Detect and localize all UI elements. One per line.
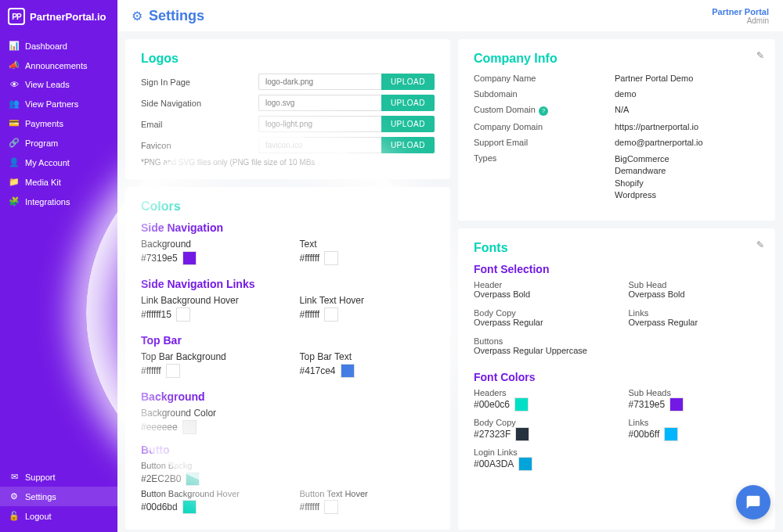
user-role: Admin [712, 16, 769, 25]
nav-main: 📊Dashboard 📣Announcements 👁View Leads 👥V… [0, 33, 117, 467]
font-label: Body Copy [474, 308, 605, 318]
fc-label: Headers [474, 388, 605, 397]
fc-label: Links [629, 418, 760, 427]
color-swatch[interactable] [664, 427, 678, 441]
topbar-text-label: Top Bar Text [300, 351, 435, 362]
sidebar-item-program[interactable]: 🔗Program [0, 133, 117, 153]
color-swatch[interactable] [182, 251, 197, 265]
sidebar-item-settings[interactable]: ⚙Settings [0, 487, 117, 506]
sidebar-item-media-kit[interactable]: 📁Media Kit [0, 172, 117, 192]
font-value: Overpass Regular Uppercase [474, 346, 605, 355]
company-title: Company Info [474, 52, 760, 66]
sidebar-item-dashboard[interactable]: 📊Dashboard [0, 36, 117, 56]
logo-label: Email [141, 120, 258, 129]
nav-label: Announcements [25, 61, 88, 70]
color-swatch[interactable] [176, 307, 190, 322]
fc-value: #7319e5 [629, 399, 666, 410]
logo-file: logo-dark.png [258, 74, 381, 90]
types-label: Types [474, 153, 615, 202]
fonts-title: Fonts [474, 241, 760, 255]
partners-icon: 👥 [9, 99, 19, 109]
fc-label: Login Links [474, 448, 605, 457]
integrations-icon: 🧩 [9, 196, 19, 207]
fc-label: Sub Heads [629, 388, 760, 397]
color-swatch[interactable] [518, 457, 532, 471]
sidebar-item-support[interactable]: ✉Support [0, 467, 117, 487]
topbar-left: ⚙ Settings [132, 8, 204, 24]
btn-hover-text-label: Button Text Hover [300, 489, 435, 498]
sidebar: PP PartnerPortal.io 📊Dashboard 📣Announce… [0, 0, 117, 532]
nav-label: Media Kit [25, 178, 61, 187]
user-name: Partner Portal [712, 7, 769, 16]
color-swatch[interactable] [324, 500, 338, 514]
font-label: Buttons [474, 336, 605, 346]
section-buttons: Butto [141, 444, 435, 456]
sidebar-item-logout[interactable]: 🔓Logout [0, 506, 117, 526]
section-side-nav-links: Side Navigation Links [141, 278, 435, 290]
type-item: Demandware [615, 165, 669, 177]
brand[interactable]: PP PartnerPortal.io [0, 0, 117, 33]
content: Logos Sign In Page logo-dark.png UPLOAD … [117, 31, 783, 532]
logo-label: Favicon [141, 141, 258, 150]
topbar-user[interactable]: Partner Portal Admin [712, 7, 769, 25]
btn-hover-bg-label: Button Background Hover [141, 489, 276, 498]
edit-icon[interactable]: ✎ [756, 239, 764, 250]
color-swatch[interactable] [341, 364, 355, 378]
font-value: Overpass Regular [474, 318, 605, 327]
leads-icon: 👁 [9, 80, 19, 89]
payments-icon: 💳 [9, 118, 19, 128]
color-swatch[interactable] [515, 427, 529, 441]
sidebar-item-view-leads[interactable]: 👁View Leads [0, 75, 117, 94]
chat-bubble[interactable] [736, 485, 770, 519]
logo-file: logo.svg [258, 95, 381, 111]
program-icon: 🔗 [9, 138, 19, 148]
sidebar-item-my-account[interactable]: 👤My Account [0, 153, 117, 172]
nav-label: Support [25, 473, 56, 482]
sidebar-item-payments[interactable]: 💳Payments [0, 113, 117, 133]
fc-value: #00e0c6 [474, 399, 510, 410]
color-swatch[interactable] [514, 397, 529, 412]
sidebar-item-view-partners[interactable]: 👥View Partners [0, 94, 117, 113]
nav-label: Settings [25, 492, 56, 501]
topbar-bg-value: #ffffff [141, 365, 161, 376]
topbar-bg-label: Top Bar Background [141, 351, 276, 362]
info-label: Company Name [474, 74, 615, 83]
help-icon[interactable]: ? [539, 106, 548, 116]
page-title: Settings [149, 8, 204, 24]
upload-button[interactable]: UPLOAD [381, 116, 435, 132]
btn-hover-text-value: #ffffff [300, 501, 320, 512]
logo-row-email: Email logo-light.png UPLOAD [141, 116, 435, 132]
fc-label: Body Copy [474, 418, 605, 427]
nav-label: View Partners [25, 99, 78, 109]
announcements-icon: 📣 [9, 60, 19, 70]
upload-button[interactable]: UPLOAD [381, 95, 435, 111]
btn-bg-value: #2EC2B0 [141, 473, 181, 484]
font-value: Overpass Bold [474, 289, 605, 299]
support-icon: ✉ [9, 472, 19, 482]
upload-button[interactable]: UPLOAD [381, 137, 435, 153]
color-swatch[interactable] [182, 420, 197, 434]
hover-bg-label: Link Background Hover [141, 295, 276, 306]
logo-label: Side Navigation [141, 99, 258, 108]
settings-icon: ⚙ [9, 491, 19, 501]
color-swatch[interactable] [669, 397, 684, 412]
sidebar-item-integrations[interactable]: 🧩Integrations [0, 192, 117, 211]
types-list: BigCommerce Demandware Shopify Wordpress [615, 153, 669, 202]
sidebar-item-announcements[interactable]: 📣Announcements [0, 56, 117, 75]
color-swatch[interactable] [324, 251, 338, 265]
nav-label: View Leads [25, 80, 70, 89]
text-value: #ffffff [300, 253, 320, 264]
color-swatch[interactable] [186, 472, 200, 486]
logo-row-sidenav: Side Navigation logo.svg UPLOAD [141, 95, 435, 111]
topbar: ⚙ Settings Partner Portal Admin [117, 0, 783, 31]
color-swatch[interactable] [166, 364, 180, 378]
color-swatch[interactable] [324, 307, 338, 322]
color-swatch[interactable] [182, 500, 197, 514]
logo-row-signin: Sign In Page logo-dark.png UPLOAD [141, 74, 435, 90]
edit-icon[interactable]: ✎ [756, 50, 764, 61]
info-value: Partner Portal Demo [615, 74, 693, 83]
upload-button[interactable]: UPLOAD [381, 74, 435, 90]
dashboard-icon: 📊 [9, 41, 19, 51]
type-item: BigCommerce [615, 153, 669, 165]
fc-value: #27323F [474, 429, 511, 440]
